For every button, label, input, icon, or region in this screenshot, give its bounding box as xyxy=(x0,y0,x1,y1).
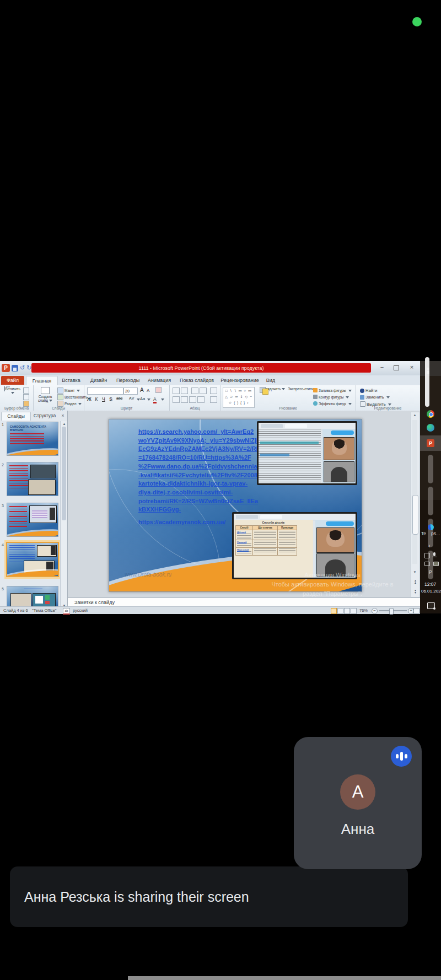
shrink-font-button[interactable]: А xyxy=(147,388,149,393)
character-spacing-button[interactable]: АV xyxy=(129,396,134,400)
slide-hyperlink-2[interactable]: https://academyranok.com.ua/ xyxy=(138,519,225,525)
tab-slideshow[interactable]: Показ слайдов xyxy=(176,376,217,385)
view-reading-button[interactable] xyxy=(344,608,350,614)
clear-formatting-button[interactable] xyxy=(155,387,162,394)
slide-thumbnail-4-selected[interactable] xyxy=(6,542,59,577)
panel-scrollbar-thumb[interactable] xyxy=(62,427,66,520)
phone-scroll-indicator[interactable] xyxy=(425,357,429,407)
powerpoint-app-icon[interactable]: P xyxy=(2,364,10,372)
display-icon[interactable] xyxy=(424,553,430,558)
tab-review[interactable]: Рецензирование xyxy=(219,376,260,385)
tab-animations[interactable]: Анимация xyxy=(144,376,174,385)
increase-indent-button[interactable] xyxy=(200,387,207,394)
notification-center-icon[interactable] xyxy=(427,602,435,609)
language-tray-label[interactable]: P xyxy=(429,569,432,575)
font-size-combo[interactable]: 20 xyxy=(123,387,138,395)
tab-transitions[interactable]: Переходы xyxy=(114,376,142,385)
shape-outline-button[interactable]: Контур фигуры xyxy=(313,395,349,399)
find-button[interactable]: Найти xyxy=(360,388,377,393)
tab-insert[interactable]: Вставка xyxy=(58,376,84,385)
zoom-slider-thumb[interactable] xyxy=(389,608,394,615)
change-case-button[interactable]: Аа xyxy=(140,396,145,401)
panel-tab-slides[interactable]: Слайды xyxy=(1,412,31,421)
shapes-gallery[interactable]: □ ∖ ∖ ▭ ○ ▭△ ⊃ ⇒ ⇓ ◇ ~☆ ( ) { } ≀ xyxy=(223,387,255,408)
next-slide-button[interactable]: ▼▼ xyxy=(411,589,420,594)
participant-tile[interactable]: А Анна xyxy=(294,737,422,869)
main-scrollbar[interactable]: ▲ ▼ ▲▲ ▼▼ xyxy=(411,412,420,597)
strikethrough-button[interactable]: abc xyxy=(116,396,122,400)
tab-home[interactable]: Главная xyxy=(26,376,58,385)
restore-button[interactable] xyxy=(390,363,402,372)
cut-button[interactable] xyxy=(23,387,29,394)
tab-design[interactable]: Дизайн xyxy=(86,376,111,385)
arrange-button[interactable]: Упорядочить xyxy=(259,387,286,391)
slide-indicator[interactable]: Слайд 4 из 6 xyxy=(3,608,28,613)
tab-view[interactable]: Вид xyxy=(262,376,279,385)
quick-styles-button[interactable]: Экспресс-стили xyxy=(288,387,311,391)
gesture-navigation-bar[interactable] xyxy=(128,976,441,980)
panel-tab-outline[interactable]: Структура xyxy=(31,412,58,420)
view-slideshow-button[interactable] xyxy=(351,608,357,614)
clock-date[interactable]: 06.01.2026 xyxy=(421,589,441,594)
font-color-button[interactable]: А xyxy=(153,396,157,403)
theme-indicator[interactable]: "Тема Office" xyxy=(32,608,57,613)
text-shadow-button[interactable]: S xyxy=(109,396,112,402)
scrollbar-track[interactable] xyxy=(412,420,417,564)
font-name-combo[interactable] xyxy=(87,387,123,395)
slide-hyperlink-block[interactable]: https://r.search.yahoo.com/_ylt=AwrEq2 w… xyxy=(138,428,255,514)
tray-expand-icon[interactable]: ‹ xyxy=(428,543,430,549)
zoom-out-button[interactable]: − xyxy=(372,608,378,614)
tray-app-icon[interactable] xyxy=(428,524,434,530)
scroll-up-icon[interactable]: ▲ xyxy=(411,413,418,417)
align-center-button[interactable] xyxy=(181,396,188,403)
slide-thumbnail-3[interactable] xyxy=(7,503,58,537)
numbering-button[interactable] xyxy=(181,387,188,394)
underline-button[interactable]: Ч xyxy=(102,396,105,402)
panel-scrollbar[interactable]: ▲ ▼ xyxy=(60,421,68,612)
scroll-down-icon[interactable]: ▼ xyxy=(411,570,418,574)
notes-pane[interactable]: Заметки к слайду xyxy=(68,597,420,606)
undo-icon[interactable]: ↺ xyxy=(20,365,25,371)
clock-time[interactable]: 12:07 xyxy=(424,581,436,587)
replace-button[interactable]: Заменить xyxy=(360,395,390,400)
decrease-indent-button[interactable] xyxy=(191,387,198,394)
columns-button[interactable] xyxy=(210,396,217,403)
previous-slide-button[interactable]: ▲▲ xyxy=(411,579,420,584)
scroll-up-icon[interactable]: ▲ xyxy=(61,422,68,426)
view-sorter-button[interactable] xyxy=(337,608,343,614)
grow-font-button[interactable]: А xyxy=(140,387,144,393)
chrome-icon[interactable] xyxy=(427,410,434,418)
save-icon[interactable] xyxy=(12,365,18,371)
zoom-level[interactable]: 76% xyxy=(359,608,368,613)
scrollbar-thumb[interactable] xyxy=(412,495,418,535)
align-left-button[interactable] xyxy=(173,396,180,403)
panel-close-icon[interactable]: × xyxy=(60,412,66,420)
slide-image-lesson-1[interactable] xyxy=(257,421,357,485)
language-indicator[interactable]: русский xyxy=(73,608,88,613)
align-right-button[interactable] xyxy=(189,396,196,403)
slide-thumbnail-2[interactable] xyxy=(7,462,58,496)
paste-button[interactable]: Вставить xyxy=(3,387,21,395)
justify-button[interactable] xyxy=(197,396,205,403)
title-bar[interactable]: P ↺ ↻ 1111 - Microsoft PowerPoint (Сбой … xyxy=(0,361,420,375)
layout-button[interactable]: Макет xyxy=(57,387,80,394)
new-slide-button[interactable]: Создать слайд xyxy=(35,387,55,402)
shape-fill-button[interactable]: Заливка фигуры xyxy=(313,388,352,392)
view-normal-button[interactable] xyxy=(331,608,337,614)
battery-icon[interactable] xyxy=(433,562,439,566)
bold-button[interactable]: Ж xyxy=(87,396,92,402)
powerpoint-taskbar-icon[interactable]: P xyxy=(420,435,441,451)
current-slide[interactable]: https://r.search.yahoo.com/_ylt=AwrEq2 w… xyxy=(109,419,362,592)
slide-image-lesson-2[interactable]: Способи дієслів Спосіб Що означає Прикла… xyxy=(232,512,357,579)
fit-to-window-button[interactable] xyxy=(413,608,420,614)
italic-button[interactable]: К xyxy=(95,396,98,402)
copy-button[interactable] xyxy=(23,394,29,400)
speaker-icon[interactable] xyxy=(424,562,430,566)
spellcheck-icon[interactable]: ab xyxy=(63,608,70,615)
bullets-button[interactable] xyxy=(173,387,180,394)
meet-app-icon[interactable] xyxy=(427,424,434,432)
shape-effects-button[interactable]: Эффекты фигур xyxy=(313,401,352,406)
close-button[interactable]: × xyxy=(406,363,418,372)
line-spacing-button[interactable] xyxy=(210,387,217,394)
slide-thumbnail-1[interactable]: САМООСВІТА АСИСТЕНТА ВЧИТЕЛЯ xyxy=(7,422,58,456)
